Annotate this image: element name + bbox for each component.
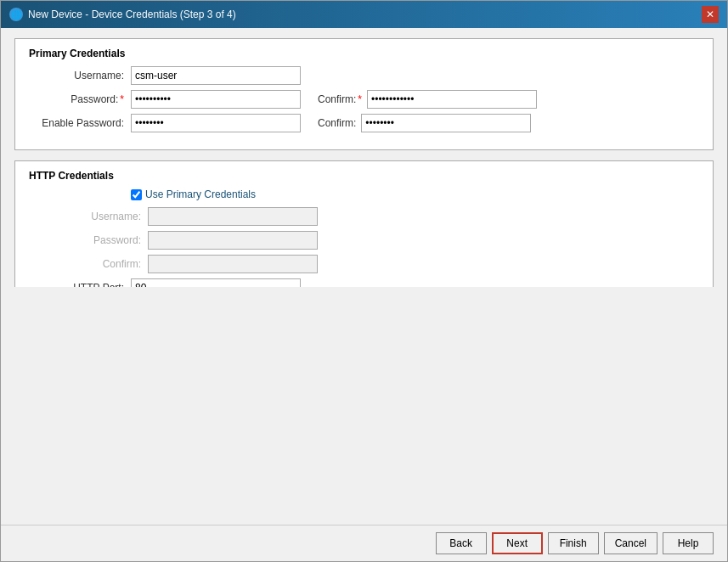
http-port-input[interactable]	[131, 278, 301, 287]
primary-credentials-title: Primary Credentials	[29, 48, 699, 59]
finish-button[interactable]: Finish	[548, 532, 599, 554]
main-content: Primary Credentials Username: Password: …	[1, 28, 727, 287]
http-confirm-label: Confirm:	[80, 258, 148, 270]
primary-credentials-section: Primary Credentials Username: Password: …	[14, 38, 714, 150]
http-credentials-title: HTTP Credentials	[29, 170, 699, 182]
http-username-input[interactable]	[148, 207, 318, 226]
http-port-label: HTTP Port:	[29, 282, 131, 287]
username-row: Username:	[29, 66, 699, 85]
cancel-button[interactable]: Cancel	[604, 532, 657, 554]
use-primary-row: Use Primary Credentials	[131, 188, 699, 200]
http-password-label: Password:	[80, 234, 148, 246]
http-port-row: HTTP Port:	[29, 278, 699, 287]
http-confirm-input[interactable]	[148, 255, 318, 273]
confirm-password-group: Confirm:	[318, 90, 537, 109]
back-button[interactable]: Back	[436, 532, 487, 554]
help-button[interactable]: Help	[663, 532, 714, 554]
confirm-password-input[interactable]	[367, 90, 537, 109]
app-icon: 🌐	[9, 8, 23, 21]
http-credentials-section: HTTP Credentials Use Primary Credentials…	[14, 160, 714, 287]
username-input[interactable]	[131, 66, 301, 85]
footer: Back Next Finish Cancel Help	[1, 525, 727, 561]
enable-password-row: Enable Password: Confirm:	[29, 114, 699, 132]
confirm-enable-input[interactable]	[361, 114, 531, 132]
close-button[interactable]: ✕	[702, 6, 719, 23]
password-row: Password: Confirm:	[29, 90, 699, 109]
confirm-password-label: Confirm:	[318, 93, 367, 105]
http-password-input[interactable]	[148, 231, 318, 250]
username-label: Username:	[29, 70, 131, 81]
window-title: New Device - Device Credentials (Step 3 …	[28, 8, 236, 20]
http-confirm-row: Confirm:	[80, 255, 699, 273]
confirm-enable-label: Confirm:	[318, 117, 361, 129]
password-label: Password:	[29, 93, 131, 105]
use-primary-checkbox[interactable]	[131, 189, 142, 200]
enable-password-label: Enable Password:	[29, 117, 131, 129]
title-bar: 🌐 New Device - Device Credentials (Step …	[1, 1, 727, 28]
confirm-enable-group: Confirm:	[318, 114, 531, 132]
password-input[interactable]	[131, 90, 301, 109]
http-username-row: Username:	[80, 207, 699, 226]
http-password-row: Password:	[80, 231, 699, 250]
next-button[interactable]: Next	[492, 532, 543, 554]
use-primary-label: Use Primary Credentials	[145, 188, 256, 200]
dialog-window: 🌐 New Device - Device Credentials (Step …	[0, 0, 728, 562]
http-username-label: Username:	[80, 211, 148, 222]
enable-password-input[interactable]	[131, 114, 301, 132]
title-bar-left: 🌐 New Device - Device Credentials (Step …	[9, 8, 236, 21]
